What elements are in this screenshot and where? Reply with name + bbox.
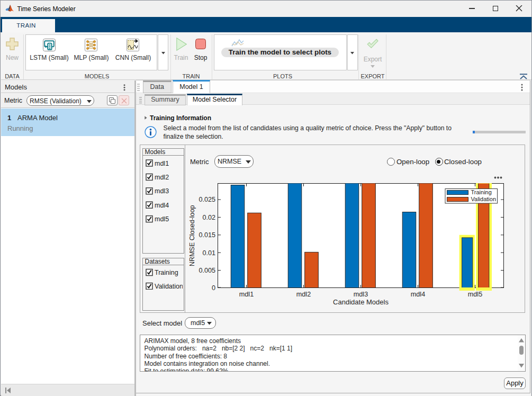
svg-text:NRMSE Closed-loop: NRMSE Closed-loop xyxy=(189,205,196,266)
svg-text:mdl1: mdl1 xyxy=(239,291,254,298)
svg-text:mdl1: mdl1 xyxy=(155,160,169,167)
svg-text:0: 0 xyxy=(212,284,215,292)
svg-text:mdl2: mdl2 xyxy=(155,174,169,181)
svg-text:Validation: Validation xyxy=(155,283,183,290)
svg-text:mdl4: mdl4 xyxy=(155,202,169,209)
svg-text:mdl4: mdl4 xyxy=(411,291,425,298)
svg-text:0.01: 0.01 xyxy=(202,249,215,257)
svg-text:0.025: 0.025 xyxy=(199,196,215,203)
svg-text:Candidate Models: Candidate Models xyxy=(333,298,389,306)
svg-text:Validation: Validation xyxy=(471,196,497,202)
svg-text:mdl2: mdl2 xyxy=(296,291,311,298)
svg-text:0.02: 0.02 xyxy=(202,214,215,221)
svg-text:mdl3: mdl3 xyxy=(155,187,169,195)
svg-text:Training: Training xyxy=(471,189,492,195)
svg-text:mdl5: mdl5 xyxy=(155,215,169,223)
svg-text:mdl5: mdl5 xyxy=(468,291,482,298)
svg-text:Training: Training xyxy=(155,269,178,276)
svg-text:0.005: 0.005 xyxy=(199,267,215,274)
svg-text:mdl3: mdl3 xyxy=(354,291,368,298)
svg-text:0.015: 0.015 xyxy=(199,231,215,239)
